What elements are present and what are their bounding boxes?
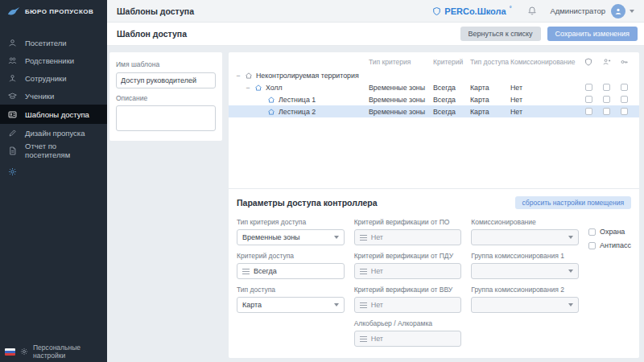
sidebar-item-label: Ученики [25,92,54,101]
commissioning-group-2-select[interactable] [471,297,579,313]
cell-commissioning: Нет [510,96,580,104]
list-icon [360,336,367,342]
cell-access-type: Карта [470,108,510,116]
brand-shield-icon [432,6,441,16]
key-checkbox[interactable] [621,84,628,91]
sidebar-item-settings[interactable] [0,162,107,180]
tree-header: Тип критерия Критерий Тип доступа Комисс… [229,55,639,69]
input-value: Всегда [254,267,277,275]
list-icon [242,269,250,274]
sidebar-item-label: Шаблоны доступа [25,110,89,119]
field-label: Тип доступа [237,286,345,294]
cell-criteria-type: Временные зоны [369,96,433,104]
checkbox-label: Охрана [600,228,625,236]
people-icon [8,56,18,65]
sidebar-item-students[interactable]: Ученики [0,87,107,105]
chevron-down-icon [334,236,339,239]
field-label: Группа комиссионирования 1 [471,252,579,260]
guard-checkbox[interactable] [585,96,592,103]
tree-row-stairs-1[interactable]: − Лестница 1 Временные зоны Всегда Карта… [229,93,639,105]
pencil-icon [8,129,18,138]
antipass-option[interactable]: Антипасс [588,241,631,249]
select-value: Временные зоны [242,233,300,241]
cell-commissioning: Нет [510,108,580,116]
verification-po-input[interactable]: Нет [354,229,462,245]
sidebar-item-access-templates[interactable]: Шаблоны доступа [0,105,107,124]
column-criteria-type: Тип критерия [369,58,433,66]
content: Имя шаблона Описание Тип критерия Критер… [107,46,644,362]
territory-icon [245,72,253,80]
access-criteria-type-select[interactable]: Временные зоны [237,229,345,245]
sidebar-item-relatives[interactable]: Родственники [0,51,107,69]
key-checkbox[interactable] [621,96,628,103]
template-name-input[interactable] [116,72,216,88]
tree-row-stairs-2[interactable]: − Лестница 2 Временные зоны Всегда Карта… [229,105,639,117]
alcobarrier-input[interactable]: Нет [354,331,462,347]
guard-option[interactable]: Охрана [588,228,631,236]
back-to-list-button[interactable]: Вернуться к списку [460,27,541,41]
key-checkbox[interactable] [621,108,628,115]
russian-flag-icon[interactable] [5,348,15,356]
collapse-toggle[interactable]: − [245,84,251,92]
chevron-down-icon[interactable] [630,10,634,13]
list-icon [360,269,367,274]
sidebar-item-pass-design[interactable]: Дизайн пропуска [0,124,107,142]
commissioning-checkbox[interactable] [603,84,610,91]
name-label: Имя шаблона [116,60,216,68]
guard-checkbox[interactable] [585,108,592,115]
tree-row-label: Лестница 2 [279,108,316,116]
personal-settings[interactable]: Персональные настройки [0,341,107,362]
sidebar-item-visitors[interactable]: Посетители [0,34,107,51]
access-type-select[interactable]: Карта [237,297,345,313]
field-label: Комиссионирование [471,218,579,226]
bird-logo-icon [7,6,20,17]
room-icon [254,84,262,92]
sidebar-item-visitor-report[interactable]: Отчет по посетителям [0,142,107,159]
antipass-checkbox[interactable] [588,242,596,249]
commissioning-checkbox[interactable] [603,108,610,115]
user-name[interactable]: Администратор [550,6,605,15]
verification-vvu-input[interactable]: Нет [354,297,462,313]
field-label: Критерий верификации от ПО [354,218,462,226]
description-label: Описание [116,94,216,102]
template-toolbar: Шаблон доступа Вернуться к списку Сохран… [107,23,644,46]
sidebar-item-label: Отчет по посетителям [25,142,99,159]
list-icon [360,302,367,308]
guard-checkbox[interactable] [588,228,596,236]
cell-access-type: Карта [470,84,510,92]
collapse-toggle[interactable]: − [235,72,242,80]
template-description-input[interactable] [116,105,216,131]
access-card-icon [8,110,18,119]
sidebar-item-label: Дизайн пропуска [25,129,85,138]
shield-icon [580,58,597,66]
employee-icon [8,74,18,83]
person-icon [8,39,18,47]
cell-access-type: Карта [470,96,510,104]
tree-row-hall[interactable]: − Холл Временные зоны Всегда Карта Нет [229,81,639,93]
commissioning-group-1-select[interactable] [471,263,579,279]
app-logo: БЮРО ПРОПУСКОВ [0,0,107,23]
personal-settings-label: Персональные настройки [33,343,102,360]
top-bar: Шаблоны доступа PERCo.Школа ° Администра… [107,0,644,23]
app-title: БЮРО ПРОПУСКОВ [25,8,93,15]
sidebar-item-employees[interactable]: Сотрудники [0,69,107,87]
avatar[interactable] [611,4,625,19]
sidebar: БЮРО ПРОПУСКОВ Посетители Родственники С… [0,0,107,362]
chevron-down-icon [334,303,339,306]
guard-checkbox[interactable] [585,84,592,91]
chevron-down-icon [568,236,573,239]
input-value: Нет [371,301,383,309]
brand-sup-dot: ° [510,6,512,11]
commissioning-select[interactable] [471,229,579,245]
save-changes-button[interactable]: Сохранить изменения [547,27,638,41]
controller-params: Параметры доступа контроллера сбросить н… [229,188,639,358]
access-criteria-input[interactable]: Всегда [237,263,345,279]
tree-row-territory[interactable]: − Неконтролируемая территория [229,69,639,81]
chevron-down-icon [568,303,573,306]
commissioning-checkbox[interactable] [603,96,610,103]
sidebar-item-label: Сотрудники [25,74,66,83]
reset-room-settings-button[interactable]: сбросить настройки помещения [515,196,631,209]
verification-pdu-input[interactable]: Нет [354,263,462,279]
cell-criteria: Всегда [433,96,470,104]
bell-icon[interactable] [527,6,537,16]
